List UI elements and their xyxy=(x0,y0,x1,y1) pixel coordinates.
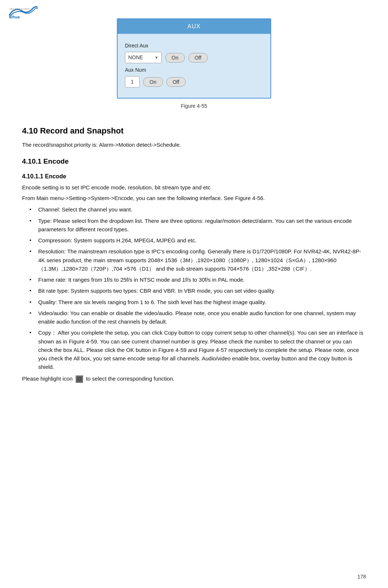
aux-body: Direct Aux NONE ▼ On Off Aux Num 1 On Of… xyxy=(118,34,270,98)
figure-caption: Figure 4-55 xyxy=(181,102,207,110)
highlight-paragraph: Please highlight icon to select the corr… xyxy=(22,374,366,383)
aux-dialog: AUX Direct Aux NONE ▼ On Off Aux Num 1 O… xyxy=(117,18,271,99)
aux-num-off-button[interactable]: Off xyxy=(166,77,186,87)
aux-title-bar: AUX xyxy=(118,19,270,34)
section-410-intro: The record/snapshot priority is: Alarm->… xyxy=(22,140,366,149)
section-410-heading: 4.10 Record and Snapshot xyxy=(22,125,366,137)
bullet-type: Type: Please select from the dropdown li… xyxy=(29,217,366,234)
dahua-logo-svg: alhua TECHNOLOGY xyxy=(7,4,39,18)
bullet-copy: Copy： After you complete the setup, you … xyxy=(29,328,366,371)
aux-figure-container: AUX Direct Aux NONE ▼ On Off Aux Num 1 O… xyxy=(22,18,366,114)
logo: alhua TECHNOLOGY xyxy=(7,4,39,21)
highlight-text: Please highlight icon xyxy=(22,375,73,382)
direct-aux-off-button[interactable]: Off xyxy=(188,53,208,63)
highlight-suffix: to select the corresponding function. xyxy=(86,375,175,382)
dropdown-arrow-icon: ▼ xyxy=(155,55,158,60)
section-41011-heading: 4.10.1.1 Encode xyxy=(22,172,366,181)
bullet-video-audio: Video/audio: You can enable or disable t… xyxy=(29,309,366,326)
highlight-icon xyxy=(76,375,83,383)
bullet-resolution: Resolution: The mainstream resolution ty… xyxy=(29,247,366,273)
section-41011-para1: Encode setting is to set IPC encode mode… xyxy=(22,183,366,192)
bullet-compression: Compression: System supports H.264, MPEG… xyxy=(29,236,366,245)
svg-text:TECHNOLOGY: TECHNOLOGY xyxy=(9,7,30,11)
bullet-framerate: Frame rate: It ranges from 1f/s to 25f/s… xyxy=(29,275,366,284)
section-41011-para2: From Main menu->Setting->System->Encode,… xyxy=(22,194,366,202)
page-number: 178 xyxy=(358,573,366,581)
section-4101-heading: 4.10.1 Encode xyxy=(22,156,366,167)
direct-aux-controls: NONE ▼ On Off xyxy=(125,52,263,63)
svg-text:alhua: alhua xyxy=(9,15,20,18)
direct-aux-label: Direct Aux xyxy=(125,42,263,50)
bullet-bitrate: Bit rate type: System supports two types… xyxy=(29,286,366,295)
aux-num-controls: 1 On Off xyxy=(125,76,263,88)
direct-aux-on-button[interactable]: On xyxy=(165,53,185,63)
aux-num-input[interactable]: 1 xyxy=(125,76,140,88)
aux-num-label: Aux Num xyxy=(125,66,263,74)
none-dropdown[interactable]: NONE ▼ xyxy=(125,52,162,63)
aux-num-on-button[interactable]: On xyxy=(143,77,163,87)
bullet-quality: Quality: There are six levels ranging fr… xyxy=(29,298,366,306)
bullet-channel: Channel: Select the channel you want. xyxy=(29,205,366,214)
encode-bullet-list: Channel: Select the channel you want. Ty… xyxy=(29,205,366,371)
dropdown-value: NONE xyxy=(128,54,143,61)
svg-rect-4 xyxy=(77,377,82,382)
